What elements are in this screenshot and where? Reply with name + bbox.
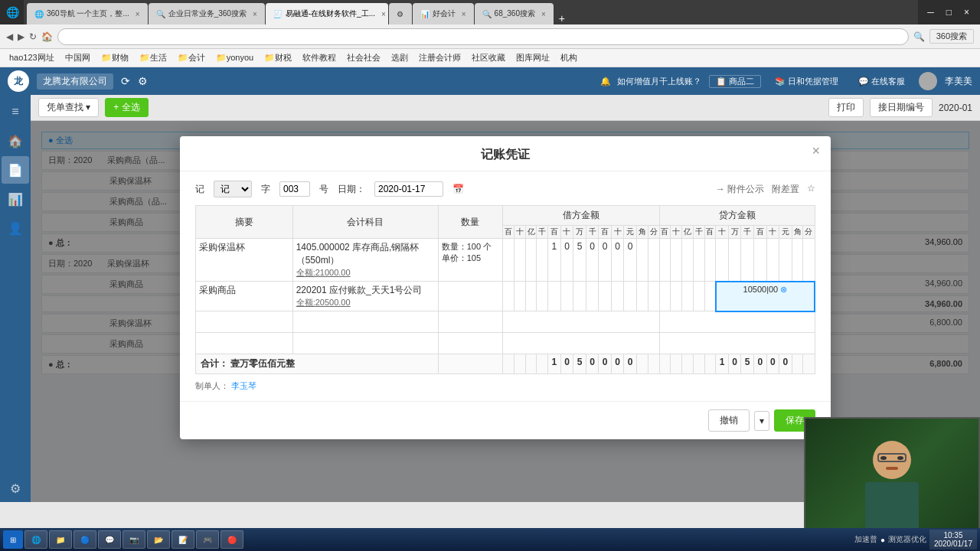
empty1-account[interactable] <box>292 311 438 333</box>
minimize-btn[interactable]: ─ <box>923 7 939 18</box>
taskbar-browser[interactable]: 🔵 <box>74 530 96 549</box>
empty2-account[interactable] <box>292 333 438 354</box>
r2-debit-d1 <box>514 282 525 311</box>
menu-icon[interactable]: 📋 商品二 <box>709 75 761 88</box>
sidebar-icon-chart[interactable]: 📊 <box>2 185 29 213</box>
taskbar-explorer[interactable]: 📁 <box>49 530 72 549</box>
number-input[interactable] <box>279 181 310 197</box>
debit-d1 <box>514 239 525 282</box>
cancel-btn[interactable]: 撤销 <box>708 409 750 432</box>
date-input[interactable] <box>374 181 443 197</box>
add-btn[interactable]: + 全选 <box>105 98 148 117</box>
bookmark-community[interactable]: 社区收藏 <box>467 51 510 65</box>
search-icon[interactable]: 🔍 <box>913 31 925 42</box>
sidebar-icon-settings[interactable]: ⚙ <box>2 474 29 502</box>
bookmark-china[interactable]: 中国网 <box>60 51 95 65</box>
bookmark-accounting[interactable]: 📁会计 <box>173 51 210 65</box>
total-debit-d7: 0 <box>586 354 599 374</box>
type-select[interactable]: 记 <box>214 181 252 197</box>
credit-col-shi: 十 <box>716 226 729 239</box>
attachment-public-link[interactable]: → 附件公示 <box>716 183 764 196</box>
star-icon[interactable]: ☆ <box>807 183 815 196</box>
empty1-quantity[interactable] <box>438 311 502 333</box>
row1-account[interactable]: 1405.000002 库存商品,钢隔杯（550ml） 全额:21000.00 <box>292 239 438 282</box>
dropdown-btn[interactable]: ▾ <box>754 411 769 431</box>
dialog-body: 记 记 字 号 日期： 📅 <box>180 171 831 401</box>
search-btn[interactable]: 凭单查找 ▾ <box>38 98 99 117</box>
bookmark-tax[interactable]: 📁财税 <box>260 51 296 65</box>
sidebar-icon-dashboard[interactable]: ≡ <box>2 98 29 126</box>
service-icon[interactable]: 💬 在线客服 <box>852 76 911 87</box>
bookmark-hao123[interactable]: hao123网址 <box>5 51 59 65</box>
row2-quantity[interactable] <box>438 282 502 311</box>
user-avatar[interactable] <box>919 72 937 90</box>
r2-credit-d4 <box>704 282 716 311</box>
total-debit-d10: 0 <box>624 354 637 374</box>
bookmark-drama[interactable]: 选剧 <box>387 51 413 65</box>
empty1-summary[interactable] <box>196 311 293 333</box>
col-account: 会计科目 <box>292 206 438 239</box>
print-btn[interactable]: 打印 <box>828 98 864 117</box>
bookmark-finance[interactable]: 📁财物 <box>96 51 133 65</box>
bookmark-gallery[interactable]: 图库网址 <box>511 51 554 65</box>
dialog-close-btn[interactable]: × <box>812 144 820 158</box>
clear-credit-icon[interactable]: ⊗ <box>780 285 787 294</box>
address-input[interactable]: https://cloud.chanjet.com/accounting/uyc… <box>57 28 909 45</box>
tab-360[interactable]: 🌐360导航 一个主页，整...× <box>27 3 148 24</box>
forward-btn[interactable]: ▶ <box>18 31 24 42</box>
company-name[interactable]: 龙腾龙有限公司 <box>37 73 113 90</box>
bookmark-yonyou[interactable]: 📁yonyou <box>211 51 258 64</box>
search-label[interactable]: 360搜索 <box>929 29 974 44</box>
start-btn[interactable]: ⊞ <box>3 530 23 549</box>
row1-quantity[interactable]: 数量：100 个 单价：105 <box>438 239 502 282</box>
sidebar-icon-docs[interactable]: 📄 <box>2 156 29 184</box>
row2-account[interactable]: 220201 应付账款_天天1号公司 全额:20500.00 <box>292 282 438 311</box>
bookmark-cpa[interactable]: 注册会计师 <box>414 51 466 65</box>
empty2-quantity[interactable] <box>438 333 502 354</box>
r2-credit-d5[interactable]: 10500|00 ⊗ <box>716 282 815 311</box>
dialog-title: 记账凭证 <box>481 147 530 163</box>
refresh-icon[interactable]: ⟳ <box>121 75 130 87</box>
dialog-footer: 撤销 ▾ 保存 <box>180 401 831 439</box>
debit-d8: 0 <box>599 239 612 282</box>
taskbar-chat[interactable]: 💬 <box>98 530 121 549</box>
tab-4[interactable]: ⚙ <box>389 3 412 24</box>
home-btn[interactable]: 🏠 <box>41 31 53 42</box>
bookmark-life[interactable]: 📁生活 <box>135 51 172 65</box>
bookmark-social[interactable]: 社会社会 <box>342 51 385 65</box>
taskbar-word[interactable]: 📝 <box>172 530 194 549</box>
nav-upgrade[interactable]: 🔔 如何增值月干上线账？ <box>600 76 701 87</box>
dialog-header: 记账凭证 × <box>180 136 831 171</box>
bookmark-software[interactable]: 软件教程 <box>298 51 341 65</box>
debit-d6: 5 <box>573 239 586 282</box>
taskbar-app2[interactable]: 🔴 <box>220 530 243 549</box>
total-debit-d4: 1 <box>548 354 561 374</box>
empty2-summary[interactable] <box>196 333 293 354</box>
bookmark-org[interactable]: 机构 <box>556 51 582 65</box>
new-tab-btn[interactable]: + <box>554 12 570 24</box>
sidebar-icon-home[interactable]: 🏠 <box>2 127 29 155</box>
taskbar-app1[interactable]: 🎮 <box>196 530 219 549</box>
tab-active[interactable]: 🧾易融通-在线财务软件_工...× <box>266 3 388 24</box>
close-btn[interactable]: × <box>959 7 974 18</box>
date-sort-btn[interactable]: 接日期编号 <box>870 98 933 117</box>
taskbar-ie[interactable]: 🌐 <box>24 530 47 549</box>
refresh-btn[interactable]: ↻ <box>29 31 37 42</box>
tab-68[interactable]: 🔍68_360搜索× <box>475 3 554 24</box>
row2-summary[interactable]: 采购商品 <box>196 282 293 311</box>
row1-summary[interactable]: 采购保温杯 <box>196 239 293 282</box>
window-controls[interactable]: ─ □ × <box>923 7 974 18</box>
taskbar-files[interactable]: 📂 <box>147 530 170 549</box>
taskbar-photo[interactable]: 📷 <box>122 530 145 549</box>
back-btn[interactable]: ◀ <box>6 31 13 42</box>
tab-accounting[interactable]: 📊好会计× <box>413 3 474 24</box>
settings-icon[interactable]: ⚙ <box>138 75 148 87</box>
sidebar-icon-people[interactable]: 👤 <box>2 214 29 242</box>
attachment-settings-link[interactable]: 附差置 <box>772 183 799 196</box>
browser-tabs: 🌐360导航 一个主页，整...× 🔍企业日常业务_360搜索× 🧾易融通-在线… <box>24 0 918 24</box>
calendar-icon[interactable]: 📅 <box>452 184 464 194</box>
tab-360search[interactable]: 🔍企业日常业务_360搜索× <box>149 3 265 24</box>
submitter-link[interactable]: 李玉琴 <box>231 381 256 390</box>
maximize-btn[interactable]: □ <box>942 7 956 18</box>
bookmarks-icon[interactable]: 📚 日和凭据管理 <box>769 76 844 87</box>
